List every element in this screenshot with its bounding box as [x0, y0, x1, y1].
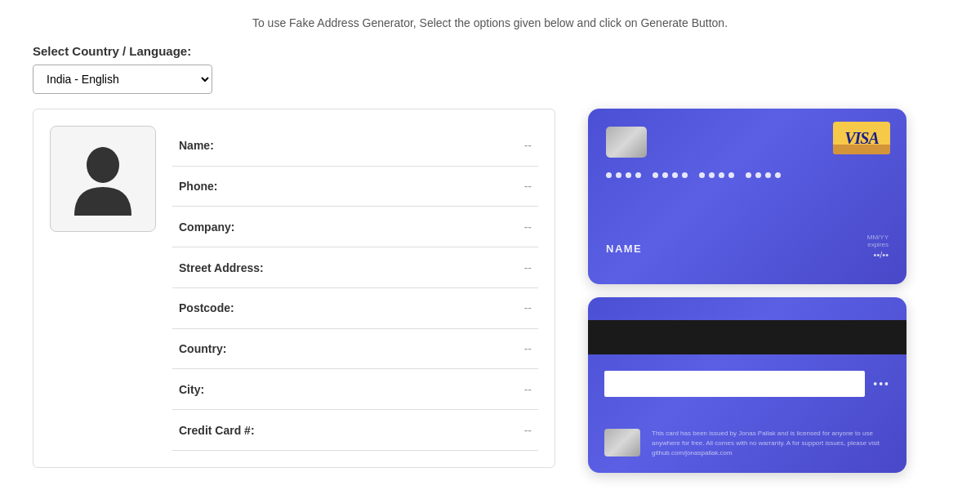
svg-point-0: [87, 147, 119, 183]
cvv-dots: •••: [873, 377, 890, 390]
magnetic-strip: [588, 320, 906, 354]
profile-card: Name: -- Phone: -- Company: -- Street Ad…: [33, 109, 555, 468]
dot: [775, 172, 781, 178]
dot: [719, 172, 724, 178]
field-value: --: [303, 287, 538, 328]
dot-group-3: [699, 172, 734, 178]
field-value: --: [303, 126, 538, 166]
field-label: Phone:: [172, 166, 303, 207]
dot: [662, 172, 668, 178]
instructions-text: To use Fake Address Generator, Select th…: [33, 16, 947, 29]
field-label: Street Address:: [172, 247, 303, 288]
card-back-chip: [604, 429, 640, 457]
visa-stripe: [833, 145, 890, 154]
dot-group-4: [746, 172, 781, 178]
dot: [728, 172, 734, 178]
card-expiry-value: ••/••: [874, 250, 889, 260]
dot: [755, 172, 761, 178]
cards-section: VISA: [588, 109, 947, 490]
dot: [709, 172, 715, 178]
avatar: [50, 126, 156, 232]
field-label: City:: [172, 369, 303, 410]
dot-group-1: [606, 172, 641, 178]
card-chip: [606, 127, 647, 158]
dot: [672, 172, 678, 178]
visa-logo: VISA: [833, 122, 890, 154]
table-row: Phone: --: [172, 166, 538, 207]
signature-box: [604, 371, 865, 397]
field-value: --: [303, 369, 538, 410]
dot: [616, 172, 621, 178]
table-row: Street Address: --: [172, 247, 538, 288]
field-value: --: [303, 410, 538, 451]
credit-card-front: VISA: [588, 109, 906, 284]
dot: [635, 172, 641, 178]
table-row: Postcode: --: [172, 287, 538, 328]
dot: [746, 172, 751, 178]
card-expiry-label: MM/YYexpires: [867, 234, 889, 248]
field-label: Credit Card #:: [172, 410, 303, 451]
dot: [765, 172, 771, 178]
fields-table: Name: -- Phone: -- Company: -- Street Ad…: [172, 126, 538, 451]
table-row: Name: --: [172, 126, 538, 166]
country-language-label: Select Country / Language:: [33, 44, 947, 58]
dot: [699, 172, 705, 178]
card-back-text: This card has been issued by Jonas Palla…: [652, 429, 890, 458]
table-row: Company: --: [172, 207, 538, 247]
dot: [682, 172, 688, 178]
table-row: City: --: [172, 369, 538, 410]
field-value: --: [303, 166, 538, 207]
field-value: --: [303, 207, 538, 247]
card-number-dots: [606, 172, 889, 178]
dot: [606, 172, 612, 178]
signature-area: •••: [604, 371, 890, 397]
main-layout: Name: -- Phone: -- Company: -- Street Ad…: [33, 109, 947, 490]
credit-card-back: ••• This card has been issued by Jonas P…: [588, 297, 906, 473]
table-row: Country: --: [172, 328, 538, 369]
field-label: Country:: [172, 328, 303, 369]
field-value: --: [303, 328, 538, 369]
dot: [626, 172, 631, 178]
field-label: Company:: [172, 207, 303, 247]
dot-group-2: [653, 172, 688, 178]
field-value: --: [303, 247, 538, 288]
card-name: NAME: [606, 243, 642, 255]
table-row: Credit Card #: --: [172, 410, 538, 451]
field-label: Postcode:: [172, 287, 303, 328]
country-language-select[interactable]: India - English USA - English UK - Engli…: [33, 65, 212, 94]
dot: [653, 172, 658, 178]
card-back-info: This card has been issued by Jonas Palla…: [604, 429, 890, 458]
field-label: Name:: [172, 126, 303, 166]
person-icon: [70, 142, 136, 216]
card-expiry: MM/YYexpires ••/••: [867, 234, 889, 260]
